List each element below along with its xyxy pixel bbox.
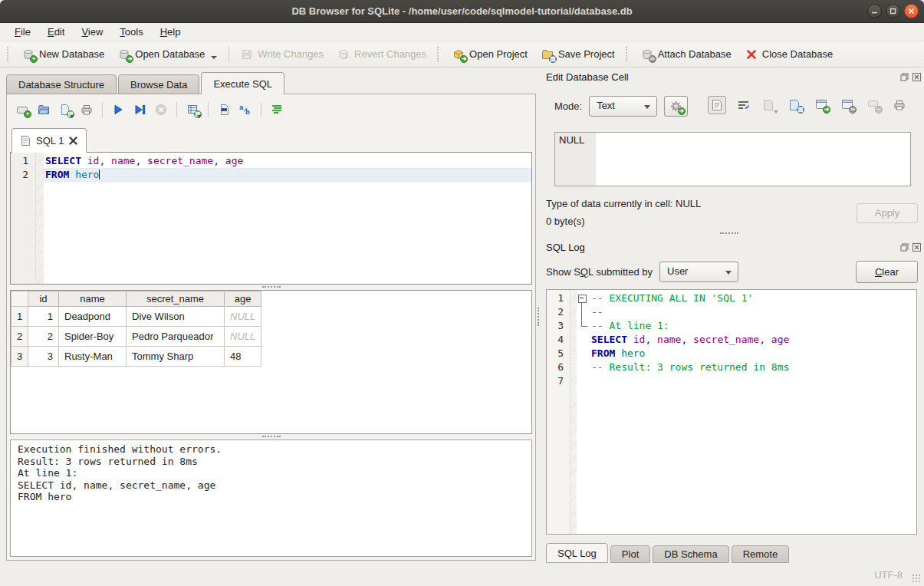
message-line: Result: 3 rows returned in 8ms	[18, 456, 524, 468]
attach-database-button[interactable]: ∞ Attach Database	[634, 45, 738, 64]
encoding-indicator[interactable]: UTF-8	[874, 569, 903, 581]
new-database-button[interactable]: + New Database	[15, 45, 111, 64]
open-sql-file-button[interactable]	[35, 100, 53, 119]
execute-line-button[interactable]	[130, 100, 149, 119]
tab-db-schema[interactable]: DB Schema	[653, 545, 728, 563]
toolbar-drag-handle[interactable]	[7, 47, 12, 62]
toolbar-separator	[102, 102, 103, 117]
close-button[interactable]	[904, 4, 919, 18]
column-header[interactable]: secret_name	[127, 291, 225, 307]
cell[interactable]: Deadpond	[59, 307, 127, 327]
toolbar-drag-handle[interactable]	[437, 47, 442, 62]
copy-link-button[interactable]: ∞	[838, 96, 857, 114]
close-panel-icon[interactable]	[912, 242, 921, 252]
save-results-menu-arrow-icon[interactable]	[197, 115, 202, 118]
menu-edit[interactable]: Edit	[39, 24, 73, 40]
tab-browse-data[interactable]: Browse Data	[118, 74, 199, 94]
dock-splitter[interactable]	[679, 230, 779, 236]
row-header[interactable]: 2	[12, 327, 28, 347]
import-icon	[763, 99, 775, 111]
log-filter-combo[interactable]: User	[659, 262, 738, 282]
toolbar-drag-handle[interactable]	[626, 47, 630, 62]
maximize-button[interactable]	[886, 4, 900, 18]
sql-document-icon	[21, 135, 31, 146]
word-wrap-button[interactable]	[734, 96, 752, 114]
close-tab-icon[interactable]	[69, 137, 77, 145]
results-table: idnamesecret_nameage11DeadpondDive Wilso…	[11, 291, 261, 367]
fold-margin	[577, 374, 590, 388]
message-line: FROM hero	[18, 491, 524, 503]
play-icon	[113, 104, 123, 115]
cell-settings-button[interactable]: ➜	[664, 96, 688, 117]
cell[interactable]: Tommy Sharp	[127, 347, 225, 367]
cell[interactable]: NULL	[225, 327, 261, 347]
message-line: At line 1:	[18, 467, 524, 479]
tab-sql-log[interactable]: SQL Log	[546, 543, 608, 563]
float-panel-icon[interactable]	[899, 72, 909, 81]
svg-text:a: a	[239, 104, 243, 111]
corner-header[interactable]	[12, 291, 28, 307]
close-panel-icon[interactable]	[912, 72, 921, 81]
format-sql-button[interactable]	[268, 100, 286, 119]
tab-execute-sql[interactable]: Execute SQL	[201, 72, 284, 94]
cell-editor[interactable]: NULL	[554, 132, 911, 186]
minimize-button[interactable]	[867, 4, 882, 18]
cell[interactable]: Dive Wilson	[127, 307, 225, 327]
row-header[interactable]: 3	[12, 347, 28, 367]
export-cell-button[interactable]: ▥	[786, 96, 804, 114]
results-grid[interactable]: idnamesecret_nameage11DeadpondDive Wilso…	[10, 290, 532, 434]
save-sql-file-button[interactable]: ▥	[56, 100, 74, 119]
column-header[interactable]: id	[28, 291, 59, 307]
float-panel-icon[interactable]	[899, 242, 909, 252]
tab-plot[interactable]: Plot	[610, 545, 650, 563]
new-sql-tab-button[interactable]: +	[13, 100, 31, 119]
right-dock: Edit Database Cell Mode: Text ➜ ▥ ➜ ∞ − …	[541, 67, 924, 561]
open-database-button[interactable]: ➜ Open Database	[111, 45, 224, 64]
resize-grip[interactable]	[912, 574, 922, 584]
open-external-button[interactable]: ➜	[812, 96, 830, 114]
text-mode-button[interactable]	[708, 96, 726, 114]
menu-tools[interactable]: Tools	[111, 24, 151, 40]
save-project-button[interactable]: ▥ Save Project	[534, 45, 622, 64]
apply-button: Apply	[857, 203, 918, 223]
save-results-button[interactable]: ▥	[183, 100, 202, 119]
sql-file-tab[interactable]: SQL 1	[12, 128, 87, 153]
print-button[interactable]	[77, 100, 96, 119]
mode-combo[interactable]: Text	[589, 96, 657, 117]
print-cell-button[interactable]	[890, 96, 909, 114]
row-header[interactable]: 1	[12, 307, 28, 327]
open-database-menu-arrow-icon[interactable]	[211, 56, 217, 59]
disk-badge-icon: ▥	[549, 55, 557, 63]
close-database-button[interactable]: Close Database	[738, 45, 840, 64]
fold-marker[interactable]	[577, 291, 590, 305]
menu-view[interactable]: View	[73, 24, 111, 40]
find-replace-button[interactable]: ab	[236, 100, 255, 119]
find-button[interactable]	[215, 100, 233, 119]
clear-log-button[interactable]: Clear	[856, 261, 918, 283]
cell[interactable]: 48	[225, 347, 261, 367]
sql-editor[interactable]: 1SELECT id, name, secret_name, age2FROM …	[10, 152, 532, 285]
cell[interactable]: Spider-Boy	[59, 327, 127, 347]
editor-results-splitter[interactable]	[10, 284, 532, 290]
cell[interactable]: 2	[28, 327, 59, 347]
execute-all-button[interactable]	[109, 100, 127, 119]
cell[interactable]: Pedro Parqueador	[127, 327, 225, 347]
results-message-splitter[interactable]	[10, 433, 532, 440]
cell[interactable]: NULL	[225, 307, 261, 327]
open-project-button[interactable]: ➜ Open Project	[446, 45, 534, 64]
cell[interactable]: Rusty-Man	[59, 347, 127, 367]
menu-file[interactable]: File	[6, 24, 39, 40]
column-header[interactable]: name	[59, 291, 127, 307]
cell[interactable]: 1	[28, 307, 59, 327]
file-save-icon: ▥	[59, 104, 71, 116]
statusbar: UTF-8	[0, 561, 924, 586]
sql-log-view[interactable]: 1-- EXECUTING ALL IN 'SQL 1'2--3-- At li…	[546, 289, 917, 535]
tab-database-structure[interactable]: Database Structure	[6, 74, 117, 94]
save-menu-arrow-icon[interactable]	[70, 115, 74, 118]
tab-remote[interactable]: Remote	[732, 545, 790, 563]
column-header[interactable]: age	[225, 291, 261, 307]
sql-log-dock-buttons	[899, 242, 921, 252]
cell[interactable]: 3	[28, 347, 59, 367]
main-vertical-splitter[interactable]	[534, 305, 541, 328]
menu-help[interactable]: Help	[152, 24, 189, 40]
